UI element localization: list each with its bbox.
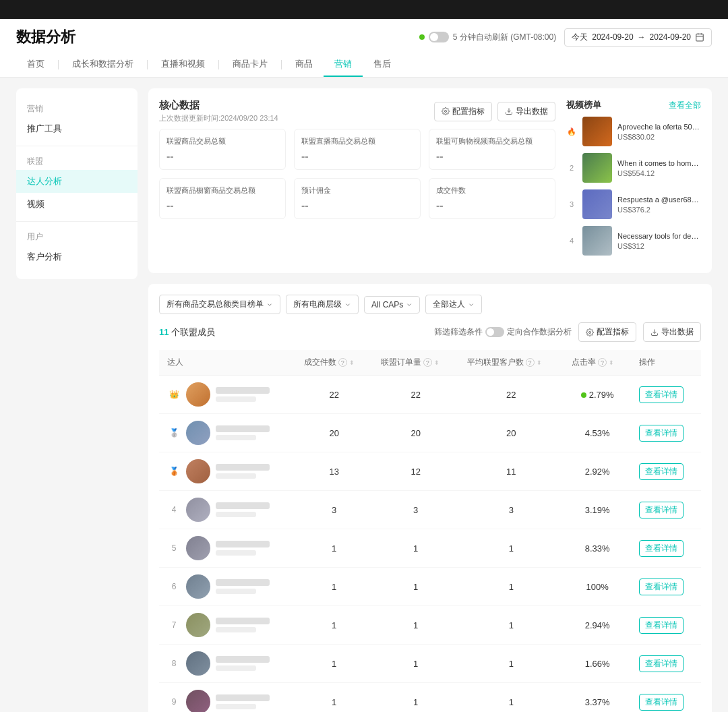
sort-icon-alliance[interactable]: ⬍ xyxy=(434,359,439,366)
creator-sub-8 xyxy=(216,665,256,671)
sort-icon-click[interactable]: ⬍ xyxy=(609,359,614,366)
chevron-down-icon-3 xyxy=(406,301,413,308)
download-icon-2 xyxy=(650,328,659,336)
sidebar-item-promo-tools[interactable]: 推广工具 xyxy=(16,117,138,140)
view-detail-button-6[interactable]: 查看详情 xyxy=(639,578,684,595)
sort-icon-customers[interactable]: ⬍ xyxy=(537,359,542,366)
table-config-button[interactable]: 配置指标 xyxy=(578,322,636,342)
core-data-title: 核心数据 xyxy=(159,99,278,112)
filter-category-label: 所有商品交易总额类目榜单 xyxy=(166,299,264,310)
view-detail-button-9[interactable]: 查看详情 xyxy=(639,694,684,711)
metric-label-6: 成交件数 xyxy=(436,185,548,196)
creator-sub-1 xyxy=(216,396,256,402)
sidebar-section-marketing: 营销 推广工具 xyxy=(16,99,138,140)
config-metrics-label: 配置指标 xyxy=(452,106,485,117)
member-count: 11 个联盟成员 xyxy=(159,326,215,338)
date-range-picker[interactable]: 今天 2024-09-20 → 2024-09-20 xyxy=(564,28,712,47)
nav-item-marketing[interactable]: 营销 xyxy=(324,53,363,77)
table-section: 所有商品交易总额类目榜单 所有电商层级 All CAPs 全部达人 xyxy=(148,284,712,712)
alliance-orders-cell-3: 12 xyxy=(373,452,459,491)
orders-cell-2: 20 xyxy=(296,414,373,452)
member-count-number: 11 xyxy=(159,327,171,337)
creator-info-5 xyxy=(216,541,270,556)
metric-value-2: -- xyxy=(301,150,413,162)
action-cell-9: 查看详情 xyxy=(631,683,701,713)
metric-live-gmv: 联盟直播商品交易总额 -- xyxy=(294,129,421,170)
orders-cell-8: 1 xyxy=(296,645,373,683)
sidebar-item-customer-analysis[interactable]: 客户分析 xyxy=(16,245,138,268)
orders-cell-9: 1 xyxy=(296,683,373,713)
creator-sub-5 xyxy=(216,550,256,556)
date-end: 2024-09-20 xyxy=(650,32,691,42)
nav-item-home[interactable]: 首页 xyxy=(16,53,55,77)
table-row: 7 1 1 1 2.94% 查看详情 xyxy=(159,606,701,645)
col-avg-customers: 平均联盟客户数 ? ⬍ xyxy=(459,350,564,376)
avatar-9 xyxy=(186,690,210,712)
nav-item-live[interactable]: 直播和视频 xyxy=(150,53,216,77)
view-detail-button-5[interactable]: 查看详情 xyxy=(639,540,684,557)
metric-value-6: -- xyxy=(436,200,548,212)
video-item-1: 🔥 Aproveche la oferta 50% ... US$830.02 xyxy=(566,117,701,146)
toggle-dot xyxy=(430,33,438,41)
rank-badge-3: 🥉 xyxy=(167,467,181,476)
creator-info-1 xyxy=(216,387,270,402)
avg-customers-cell-1: 22 xyxy=(459,376,564,414)
creator-name-5 xyxy=(216,541,270,547)
info-icon-alliance[interactable]: ? xyxy=(423,358,432,367)
filter-caps[interactable]: All CAPs xyxy=(364,296,420,314)
alliance-orders-cell-5: 1 xyxy=(373,529,459,568)
filter-category[interactable]: 所有商品交易总额类目榜单 xyxy=(159,295,280,314)
creator-name-9 xyxy=(216,694,270,701)
action-cell-1: 查看详情 xyxy=(631,376,701,414)
action-cell-2: 查看详情 xyxy=(631,414,701,452)
filter-toggle-switch[interactable] xyxy=(485,327,504,337)
click-rate-cell-3: 2.92% xyxy=(564,452,631,491)
info-icon-orders[interactable]: ? xyxy=(338,358,347,367)
click-rate-cell-1: 2.79% xyxy=(564,376,631,414)
alliance-orders-cell-1: 22 xyxy=(373,376,459,414)
nav-divider xyxy=(147,60,148,69)
col-alliance-orders: 联盟订单量 ? ⬍ xyxy=(373,350,459,376)
sidebar-item-video[interactable]: 视频 xyxy=(16,193,138,216)
view-detail-button-4[interactable]: 查看详情 xyxy=(639,502,684,518)
top-bar xyxy=(0,0,728,19)
filter-creator-level[interactable]: 全部达人 xyxy=(425,295,482,314)
orders-cell-3: 13 xyxy=(296,452,373,491)
analysis-label: 定向合作数据分析 xyxy=(507,326,572,338)
view-detail-button-8[interactable]: 查看详情 xyxy=(639,655,684,672)
view-detail-button-1[interactable]: 查看详情 xyxy=(639,386,684,403)
info-icon-click[interactable]: ? xyxy=(598,358,607,367)
config-metrics-button[interactable]: 配置指标 xyxy=(434,102,492,121)
video-price-4: US$312 xyxy=(617,242,701,250)
nav-item-growth[interactable]: 成长和数据分析 xyxy=(61,53,144,77)
filter-ecommerce-level[interactable]: 所有电商层级 xyxy=(286,295,359,314)
creator-name-3 xyxy=(216,464,270,471)
export-data-button[interactable]: 导出数据 xyxy=(497,102,555,121)
gear-icon xyxy=(442,107,450,115)
sort-icon-orders[interactable]: ⬍ xyxy=(349,359,355,366)
view-detail-button-7[interactable]: 查看详情 xyxy=(639,617,684,634)
creator-name-6 xyxy=(216,579,270,586)
video-price-1: US$830.02 xyxy=(617,133,701,141)
video-item-3: 3 Respuesta a @user68859... US$376.2 xyxy=(566,189,701,219)
info-icon-customers[interactable]: ? xyxy=(526,358,535,367)
auto-refresh-toggle[interactable] xyxy=(429,32,449,42)
nav-item-product[interactable]: 商品 xyxy=(284,53,324,77)
creator-info-3 xyxy=(216,464,270,479)
nav-item-product-card[interactable]: 商品卡片 xyxy=(222,53,278,77)
filter-creator-label: 全部达人 xyxy=(433,299,465,310)
view-all-button[interactable]: 查看全部 xyxy=(669,100,701,111)
table-export-button[interactable]: 导出数据 xyxy=(643,322,701,342)
auto-refresh-label: 5 分钟自动刷新 (GMT-08:00) xyxy=(453,32,556,43)
alliance-orders-cell-8: 1 xyxy=(373,645,459,683)
nav-item-aftersale[interactable]: 售后 xyxy=(363,53,402,77)
core-data-card: 核心数据 上次数据更新时间:2024/09/20 23:14 配置指标 导出数据 xyxy=(148,88,712,273)
core-data-last-update: 上次数据更新时间:2024/09/20 23:14 xyxy=(159,113,278,123)
view-detail-button-3[interactable]: 查看详情 xyxy=(639,463,684,480)
avg-customers-cell-3: 11 xyxy=(459,452,564,491)
nav-divider xyxy=(58,60,59,69)
status-dot xyxy=(419,34,425,40)
nav-divider xyxy=(281,60,282,69)
view-detail-button-2[interactable]: 查看详情 xyxy=(639,425,684,442)
sidebar-item-creator-analysis[interactable]: 达人分析 xyxy=(16,170,138,193)
